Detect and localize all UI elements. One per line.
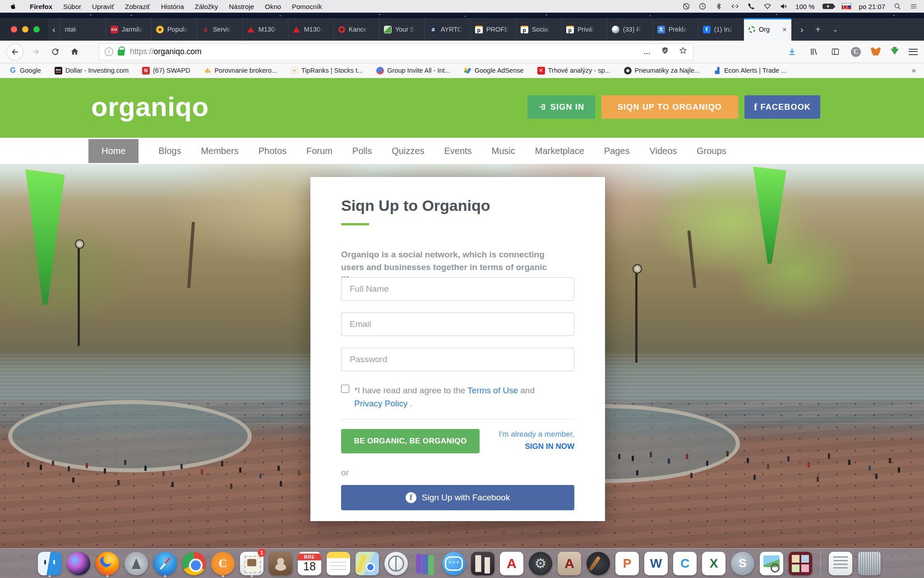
wifi-icon[interactable] <box>763 2 772 11</box>
tab-12[interactable]: (33) R <box>607 18 652 41</box>
nav-events[interactable]: Events <box>444 146 471 156</box>
tab-11[interactable]: pPrivát <box>561 18 607 41</box>
back-button[interactable] <box>6 43 23 61</box>
bookmark-econ[interactable]: ▟Econ Alerts | Trade ... <box>713 67 786 75</box>
dock-siri[interactable] <box>67 550 90 577</box>
tab-6[interactable]: Kance <box>333 18 379 41</box>
nav-videos[interactable]: Videos <box>649 146 677 156</box>
dock-firefox[interactable] <box>96 550 119 577</box>
sign-up-to-organiqo-button[interactable]: SIQN UP TO ORGANIQO <box>601 95 738 119</box>
terms-of-use-link[interactable]: Terms of Use <box>467 386 518 395</box>
bookmarks-overflow-chevron[interactable]: » <box>912 66 915 75</box>
dock-safari[interactable] <box>153 550 177 577</box>
menubar-clock[interactable]: po 21:07 <box>859 3 885 10</box>
be-organic-submit-button[interactable]: BE ORGANIC, BE ORGANIQO <box>341 429 480 453</box>
sidebar-icon[interactable] <box>829 46 841 58</box>
tab-8[interactable]: aAYRTO <box>425 18 470 41</box>
new-tab-button[interactable]: + <box>815 24 821 35</box>
bookmark-investing[interactable]: InvDollar - Investing.com <box>55 67 129 75</box>
tab-3[interactable]: sServis <box>197 18 242 41</box>
dock-chrome[interactable] <box>182 550 206 577</box>
bluetooth-icon[interactable] <box>714 2 723 11</box>
do-not-disturb-icon[interactable] <box>682 2 690 11</box>
dock-cryptocompare[interactable]: C <box>211 550 235 577</box>
minimize-window-button[interactable] <box>22 26 28 33</box>
reload-button[interactable] <box>49 46 61 58</box>
dock-documents-stack[interactable] <box>829 550 852 577</box>
downloads-icon[interactable] <box>786 46 798 58</box>
home-button[interactable] <box>69 46 80 58</box>
dock-notes[interactable] <box>327 550 350 577</box>
dock-finder[interactable] <box>38 550 61 577</box>
menu-historia[interactable]: História <box>156 3 189 10</box>
signup-with-facebook-button[interactable]: f Sign Up with Facebook <box>341 485 574 510</box>
dock-trash[interactable] <box>858 550 881 577</box>
metamask-fox-icon[interactable] <box>871 47 881 56</box>
dock-c-app[interactable]: C <box>673 550 697 577</box>
dock-powerpoint[interactable]: P <box>615 550 639 577</box>
tab-14[interactable]: f(1) Inz <box>698 18 744 41</box>
facebook-header-button[interactable]: f FACEBOOK <box>744 95 820 119</box>
keyboard-brackets-icon[interactable] <box>730 2 739 11</box>
bookmark-trhove[interactable]: ✕Trhové analýzy - sp... <box>537 67 610 75</box>
tab-5[interactable]: M130- <box>288 18 333 41</box>
dock-maps[interactable] <box>356 550 379 577</box>
firefox-menu-icon[interactable] <box>909 49 918 55</box>
tab-13[interactable]: 文Prekla <box>652 18 698 41</box>
bookmark-google[interactable]: GGoogle <box>9 67 41 75</box>
nav-groups[interactable]: Groups <box>697 146 726 156</box>
list-all-tabs-button[interactable]: ⌄ <box>832 25 838 33</box>
tab-0[interactable]: ntak <box>60 18 106 41</box>
bookmark-pneumatiky[interactable]: Pneumatiky za Najle... <box>624 67 700 75</box>
dock-excel[interactable]: X <box>702 550 725 577</box>
time-machine-icon[interactable] <box>698 2 707 11</box>
menu-firefox[interactable]: Firefox <box>24 3 58 10</box>
bookmark-star-icon[interactable] <box>679 46 688 57</box>
volume-icon[interactable] <box>779 2 788 11</box>
nav-quizzes[interactable]: Quizzes <box>392 146 424 156</box>
bookmark-tipranks[interactable]: trTipRanks | Stocks t... <box>291 67 363 75</box>
tab-1[interactable]: E15Jarmila <box>106 18 151 41</box>
c-extension-icon[interactable]: C <box>851 47 861 57</box>
dock-word[interactable]: W <box>644 550 668 577</box>
dock-photo-booth[interactable] <box>471 550 494 577</box>
dock-preview[interactable] <box>760 550 783 577</box>
dock-messages[interactable] <box>442 550 466 577</box>
bookmark-porovnanie[interactable]: Porovnanie brokero... <box>203 67 277 75</box>
menu-upravit[interactable]: Upraviť <box>87 3 120 10</box>
menu-subor[interactable]: Súbor <box>58 3 87 10</box>
tab-organiqo-active[interactable]: Org× <box>744 18 791 41</box>
page-actions-icon[interactable]: … <box>643 48 651 56</box>
nav-photos[interactable]: Photos <box>259 146 286 156</box>
nav-polls[interactable]: Polls <box>352 146 372 156</box>
menu-okno[interactable]: Okno <box>259 3 286 10</box>
phone-icon[interactable] <box>747 2 755 11</box>
dock-gear-utility[interactable]: ⚙ <box>529 550 552 577</box>
dock-photos-grid[interactable] <box>789 550 812 577</box>
dock-launchpad[interactable] <box>125 550 148 577</box>
dock-globe-app[interactable] <box>384 550 408 577</box>
nav-pages[interactable]: Pages <box>604 146 630 156</box>
notification-center-icon[interactable] <box>909 2 918 11</box>
close-tab-icon[interactable]: × <box>782 26 787 33</box>
tab-4[interactable]: M130- <box>242 18 288 41</box>
forward-button[interactable] <box>30 46 42 58</box>
full-name-field[interactable] <box>341 277 574 301</box>
nav-members[interactable]: Members <box>201 146 238 156</box>
menu-zalozky[interactable]: Záložky <box>189 3 224 10</box>
menu-zobrazit[interactable]: Zobraziť <box>120 3 156 10</box>
nav-music[interactable]: Music <box>492 146 515 156</box>
dock-calendar[interactable]: BRE18 <box>298 550 321 577</box>
page-info-icon[interactable]: i <box>105 47 113 56</box>
spotlight-search-icon[interactable] <box>893 2 901 11</box>
bookmark-adsense[interactable]: Google AdSense <box>464 67 524 75</box>
url-bar[interactable]: i https://organiqo.com … <box>99 43 693 61</box>
bookmark-swapd[interactable]: N(67) SWAPD <box>142 67 190 75</box>
close-window-button[interactable] <box>11 26 17 33</box>
slovak-flag-icon[interactable] <box>841 3 851 9</box>
dock-acrobat-pro[interactable]: A <box>558 550 581 577</box>
menu-pomocnik[interactable]: Pomocník <box>286 3 328 10</box>
dock-swirl-app[interactable]: S <box>731 550 754 577</box>
terms-checkbox[interactable] <box>341 385 349 393</box>
tab-7[interactable]: Your S <box>379 18 425 41</box>
